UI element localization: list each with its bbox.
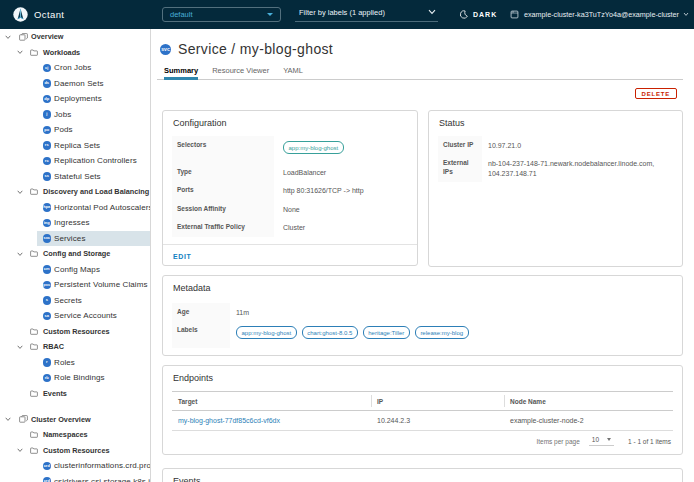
namespace-select[interactable]: default [162, 7, 281, 22]
endpoint-target-link[interactable]: my-blog-ghost-77df85c6cd-vf6dx [172, 411, 371, 430]
overview-icon [19, 415, 28, 423]
sidebar-item-stateful-sets[interactable]: ssStateful Sets [0, 169, 150, 185]
sidebar-item-secrets[interactable]: sSecrets [0, 293, 150, 309]
resource-circle-icon: r [43, 358, 52, 367]
octant-logo-icon [13, 7, 28, 22]
dark-toggle-label: DARK [473, 11, 497, 18]
label-tag[interactable]: release:my-blog [415, 326, 469, 339]
sidebar-item-label: Jobs [54, 110, 71, 119]
sidebar-item-services[interactable]: svcServices [0, 231, 150, 247]
sidebar-item-csidrivers-csi-storage-k8s-io[interactable]: crdcsidrivers.csi.storage.k8s.io [0, 474, 150, 482]
endpoints-card-title: Endpoints [173, 373, 672, 383]
sidebar-item-label: Replication Controllers [54, 156, 137, 165]
sidebar-item-config-and-storage[interactable]: Config and Storage [0, 246, 150, 262]
sidebar-item-label: Stateful Sets [54, 172, 101, 181]
sidebar-item-workloads[interactable]: Workloads [0, 45, 150, 61]
sidebar-item-deployments[interactable]: dpDeployments [0, 91, 150, 107]
resource-circle-icon: ds [43, 79, 52, 88]
summary-value: 10.97.21.0 [482, 136, 673, 154]
tree-expand-chevron-icon[interactable] [17, 187, 23, 196]
dark-theme-toggle[interactable]: DARK [459, 0, 497, 29]
sidebar-item-label: Overview [31, 32, 63, 41]
tree-expand-chevron-icon[interactable] [5, 32, 11, 41]
sidebar-item-service-accounts[interactable]: saService Accounts [0, 308, 150, 324]
sidebar-item-overview[interactable]: Overview [0, 29, 150, 45]
sidebar-item-label: Deployments [54, 94, 102, 103]
sidebar-item-jobs[interactable]: jJobs [0, 107, 150, 123]
endpoints-column-header: IP [371, 392, 504, 410]
summary-label: Age [172, 303, 230, 321]
label-tag[interactable]: app:my-blog-ghost [236, 326, 297, 339]
topbar: Octant default Filter by labels (1 appli… [0, 0, 694, 29]
endpoints-column-header: Target [172, 392, 371, 410]
events-card: Events [162, 468, 683, 482]
sidebar-item-roles[interactable]: rRoles [0, 355, 150, 371]
page-header: svc Service / my-blog-ghost [160, 41, 333, 57]
tab-summary[interactable]: Summary [164, 62, 198, 80]
delete-button[interactable]: DELETE [635, 88, 677, 99]
sidebar-item-cluster-overview[interactable]: Cluster Overview [0, 412, 150, 428]
app-title: Octant [34, 9, 64, 20]
sidebar-item-horizontal-pod-autoscalers[interactable]: hpaHorizontal Pod Autoscalers [0, 200, 150, 216]
endpoints-table-row: my-blog-ghost-77df85c6cd-vf6dx10.244.2.3… [172, 411, 673, 431]
sidebar-item-custom-resources[interactable]: Custom Resources [0, 324, 150, 340]
sidebar-item-role-bindings[interactable]: rbRole Bindings [0, 370, 150, 386]
sidebar-item-daemon-sets[interactable]: dsDaemon Sets [0, 76, 150, 92]
tree-expand-chevron-icon[interactable] [17, 446, 23, 455]
endpoints-table-body: my-blog-ghost-77df85c6cd-vf6dx10.244.2.3… [172, 411, 673, 431]
edit-link[interactable]: EDIT [173, 253, 191, 260]
folder-icon [30, 343, 38, 350]
label-filter-input[interactable]: Filter by labels (1 applied) [295, 5, 438, 22]
endpoints-table: TargetIPNode Name my-blog-ghost-77df85c6… [172, 391, 673, 431]
page-size-select[interactable]: 10 [589, 436, 614, 446]
sidebar-item-namespaces[interactable]: Namespaces [0, 427, 150, 443]
tree-expand-chevron-icon[interactable] [17, 249, 23, 258]
sidebar-navigation: OverviewWorkloadscjCron JobsdsDaemon Set… [0, 29, 151, 482]
overview-icon [19, 33, 28, 41]
sidebar-item-persistent-volume-claims[interactable]: pvcPersistent Volume Claims [0, 277, 150, 293]
sidebar-item-label: Config and Storage [43, 249, 110, 258]
sidebar-item-clusterinformations-crd-projec[interactable]: crdclusterinformations.crd.projec [0, 458, 150, 474]
sidebar-item-label: Secrets [54, 296, 82, 305]
cluster-context-menu[interactable]: example-cluster-ka3TuTzYo4a@example-clus… [510, 0, 689, 29]
summary-label: Type [172, 163, 274, 181]
sidebar-item-label: Services [54, 234, 85, 243]
metadata-summary-list: Age11mLabelsapp:my-blog-ghostchart:ghost… [172, 303, 673, 348]
sidebar-item-pods[interactable]: poPods [0, 122, 150, 138]
sidebar-item-discovery-and-load-balancing[interactable]: Discovery and Load Balancing [0, 184, 150, 200]
sidebar-item-ingresses[interactable]: ingIngresses [0, 215, 150, 231]
sidebar-item-label: Cluster Overview [31, 415, 91, 424]
sidebar-item-replica-sets[interactable]: rsReplica Sets [0, 138, 150, 154]
sidebar-item-label: Discovery and Load Balancing [43, 187, 149, 196]
main-content: svc Service / my-blog-ghost Summary Reso… [151, 29, 694, 482]
sidebar-item-config-maps[interactable]: cmConfig Maps [0, 262, 150, 278]
sidebar-item-label: Roles [54, 358, 75, 367]
endpoints-pagination: Items per page 10 1 - 1 of 1 items [163, 436, 671, 446]
tree-expand-chevron-icon[interactable] [17, 342, 23, 351]
endpoints-card: Endpoints TargetIPNode Name my-blog-ghos… [162, 365, 683, 455]
sidebar-item-label: Horizontal Pod Autoscalers [54, 203, 151, 212]
label-tag[interactable]: app:my-blog-ghost [283, 141, 344, 154]
summary-label: External IPs [438, 154, 482, 182]
tab-yaml[interactable]: YAML [283, 62, 303, 80]
sidebar-item-custom-resources[interactable]: Custom Resources [0, 443, 150, 459]
page-title: Service / my-blog-ghost [178, 41, 333, 57]
status-summary-list: Cluster IP10.97.21.0External IPsnb-104-2… [438, 136, 673, 182]
summary-label: Session Affinity [172, 200, 274, 218]
sidebar-item-rbac[interactable]: RBAC [0, 339, 150, 355]
summary-label: Cluster IP [438, 136, 482, 154]
sidebar-item-label: Service Accounts [54, 311, 117, 320]
resource-circle-icon: ing [43, 219, 52, 228]
octant-app: Octant default Filter by labels (1 appli… [0, 0, 694, 482]
sidebar-item-events[interactable]: Events [0, 386, 150, 402]
sidebar-item-replication-controllers[interactable]: rcReplication Controllers [0, 153, 150, 169]
sidebar-item-label: Role Bindings [54, 373, 105, 382]
sidebar-item-label: Custom Resources [43, 446, 110, 455]
tab-resource-viewer[interactable]: Resource Viewer [212, 62, 269, 80]
tree-expand-chevron-icon[interactable] [5, 415, 11, 424]
label-tag[interactable]: chart:ghost-8.0.5 [302, 326, 358, 339]
tree-expand-chevron-icon[interactable] [17, 48, 23, 57]
sidebar-item-cron-jobs[interactable]: cjCron Jobs [0, 60, 150, 76]
label-tag[interactable]: heritage:Tiller [363, 326, 410, 339]
metadata-card: Metadata Age11mLabelsapp:my-blog-ghostch… [162, 275, 683, 356]
